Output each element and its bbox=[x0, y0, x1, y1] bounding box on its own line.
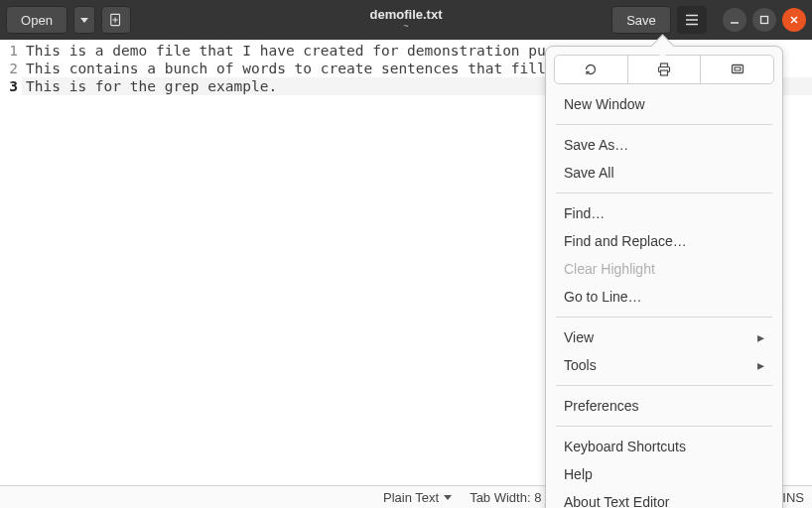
menu-item-preferences[interactable]: Preferences bbox=[554, 392, 774, 420]
maximize-icon bbox=[759, 15, 769, 25]
maximize-button[interactable] bbox=[752, 8, 776, 32]
menu-separator bbox=[556, 124, 772, 125]
menu-item-find-replace[interactable]: Find and Replace… bbox=[554, 227, 774, 255]
menu-item-save-as[interactable]: Save As… bbox=[554, 131, 774, 159]
menu-item-save-all[interactable]: Save All bbox=[554, 159, 774, 187]
open-button[interactable]: Open bbox=[6, 6, 68, 34]
title-filename: demofile.txt bbox=[370, 8, 443, 22]
svg-rect-6 bbox=[735, 67, 741, 70]
line-number: 3 bbox=[0, 77, 22, 95]
titlebar: Open demofile.txt ~ Save bbox=[0, 0, 812, 40]
svg-rect-5 bbox=[732, 65, 743, 73]
new-document-icon bbox=[109, 13, 123, 27]
menu-item-help[interactable]: Help bbox=[554, 460, 774, 488]
hamburger-menu-button[interactable] bbox=[677, 6, 707, 34]
menu-item-view[interactable]: View ▸ bbox=[554, 323, 774, 351]
chevron-down-icon bbox=[444, 495, 452, 500]
line-number-gutter: 1 2 3 bbox=[0, 40, 22, 485]
menu-item-goto-line[interactable]: Go to Line… bbox=[554, 283, 774, 311]
open-recent-dropdown[interactable] bbox=[73, 6, 95, 34]
hamburger-menu-popover: New Window Save As… Save All Find… Find … bbox=[545, 46, 783, 508]
window-title: demofile.txt ~ bbox=[370, 8, 443, 32]
menu-item-tools[interactable]: Tools ▸ bbox=[554, 351, 774, 379]
fullscreen-button[interactable] bbox=[700, 56, 773, 83]
new-tab-button[interactable] bbox=[101, 6, 131, 34]
status-insert-mode[interactable]: INS bbox=[782, 490, 804, 505]
save-button[interactable]: Save bbox=[611, 6, 671, 34]
print-button[interactable] bbox=[627, 56, 701, 83]
reload-button[interactable] bbox=[555, 56, 627, 83]
menu-item-keyboard-shortcuts[interactable]: Keyboard Shortcuts bbox=[554, 433, 774, 460]
line-number: 2 bbox=[0, 60, 22, 77]
menu-item-new-window[interactable]: New Window bbox=[554, 90, 774, 118]
menu-separator bbox=[556, 426, 772, 427]
menu-separator bbox=[556, 385, 772, 386]
menu-item-find[interactable]: Find… bbox=[554, 199, 774, 227]
hamburger-icon bbox=[685, 14, 699, 26]
reload-icon bbox=[583, 62, 599, 77]
minimize-button[interactable] bbox=[723, 8, 746, 32]
close-icon bbox=[789, 15, 799, 25]
menu-item-about[interactable]: About Text Editor bbox=[554, 488, 774, 508]
menu-separator bbox=[556, 317, 772, 318]
menu-item-clear-highlight: Clear Highlight bbox=[554, 255, 774, 283]
submenu-arrow-icon: ▸ bbox=[757, 329, 764, 345]
minimize-icon bbox=[730, 15, 740, 25]
chevron-down-icon bbox=[80, 18, 88, 23]
status-language-selector[interactable]: Plain Text bbox=[383, 490, 452, 505]
svg-rect-1 bbox=[761, 17, 768, 24]
popover-icon-row bbox=[554, 55, 774, 84]
fullscreen-icon bbox=[730, 62, 745, 77]
line-number: 1 bbox=[0, 42, 22, 60]
menu-separator bbox=[556, 192, 772, 193]
svg-rect-4 bbox=[661, 70, 668, 75]
title-path: ~ bbox=[370, 22, 443, 32]
status-tabwidth-selector[interactable]: Tab Width: 8 bbox=[470, 490, 554, 505]
print-icon bbox=[656, 62, 672, 77]
submenu-arrow-icon: ▸ bbox=[757, 357, 764, 373]
close-button[interactable] bbox=[782, 8, 806, 32]
